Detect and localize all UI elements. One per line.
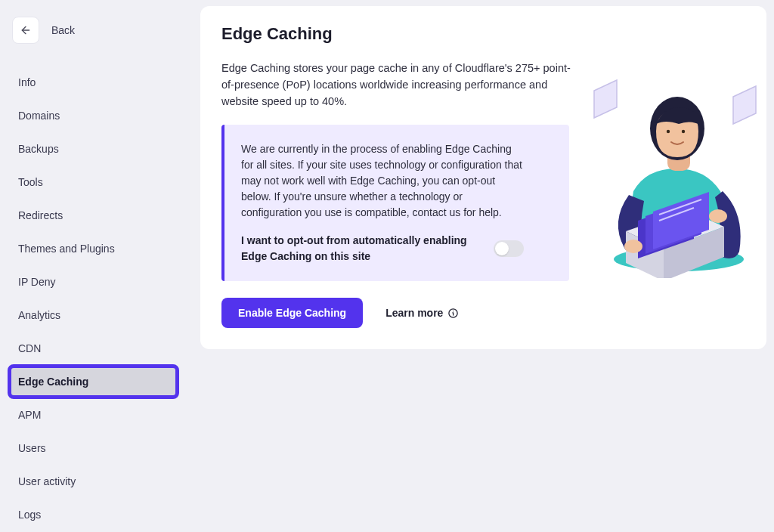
page-description: Edge Caching stores your page cache in a… — [221, 60, 577, 110]
svg-point-18 — [709, 209, 727, 223]
sidebar-item-label: Redirects — [18, 209, 63, 221]
sidebar-item-edge-caching[interactable]: Edge Caching — [9, 366, 178, 397]
sidebar-item-users[interactable]: Users — [9, 432, 178, 464]
svg-marker-11 — [664, 227, 724, 278]
sidebar-item-label: Logs — [18, 509, 41, 521]
svg-point-7 — [667, 130, 670, 133]
main: Edge Caching Edge Caching stores your pa… — [185, 0, 774, 532]
sidebar-item-redirects[interactable]: Redirects — [9, 200, 178, 231]
optout-label: I want to opt-out from automatically ena… — [241, 233, 481, 264]
toggle-knob — [495, 242, 509, 255]
svg-marker-12 — [638, 201, 694, 258]
learn-more-link[interactable]: Learn more — [385, 307, 459, 319]
sidebar-item-label: Backups — [18, 143, 59, 155]
page-title: Edge Caching — [221, 24, 745, 44]
sidebar-item-ip-deny[interactable]: IP Deny — [9, 266, 178, 298]
svg-marker-10 — [626, 231, 664, 278]
optout-row: I want to opt-out from automatically ena… — [241, 233, 524, 264]
svg-line-16 — [659, 208, 694, 221]
back-button[interactable] — [12, 17, 39, 44]
back-row: Back — [9, 17, 178, 44]
svg-marker-9 — [626, 210, 724, 249]
sidebar-item-tools[interactable]: Tools — [9, 166, 178, 198]
notice-text: We are currently in the process of enabl… — [241, 141, 524, 221]
svg-line-15 — [659, 200, 701, 215]
sidebar-item-label: Edge Caching — [18, 376, 88, 388]
svg-marker-2 — [594, 80, 617, 118]
svg-point-8 — [682, 130, 685, 133]
actions-row: Enable Edge Caching Learn more — [221, 298, 745, 328]
sidebar-item-label: Domains — [18, 110, 60, 122]
sidebar-item-apm[interactable]: APM — [9, 399, 178, 431]
illustration-person-files — [580, 59, 762, 278]
svg-point-4 — [614, 247, 744, 271]
sidebar-item-label: CDN — [18, 342, 41, 354]
svg-marker-14 — [653, 192, 709, 249]
sidebar-item-label: APM — [18, 409, 41, 421]
sidebar-item-label: IP Deny — [18, 276, 56, 288]
sidebar-item-analytics[interactable]: Analytics — [9, 299, 178, 331]
sidebar-item-backups[interactable]: Backups — [9, 133, 178, 165]
sidebar-item-label: Analytics — [18, 309, 60, 321]
sidebar-item-cdn[interactable]: CDN — [9, 332, 178, 364]
svg-marker-3 — [733, 86, 756, 124]
svg-rect-5 — [667, 148, 690, 171]
sidebar-item-themes-and-plugins[interactable]: Themes and Plugins — [9, 233, 178, 264]
sidebar-item-label: Users — [18, 442, 46, 454]
svg-point-17 — [624, 240, 642, 253]
nav: Info Domains Backups Tools Redirects The… — [9, 66, 178, 532]
edge-caching-card: Edge Caching Edge Caching stores your pa… — [200, 6, 766, 349]
sidebar-item-label: Themes and Plugins — [18, 243, 115, 255]
learn-more-label: Learn more — [385, 307, 443, 319]
notice-box: We are currently in the process of enabl… — [221, 125, 569, 281]
sidebar-item-label: Tools — [18, 176, 43, 188]
sidebar-item-logs[interactable]: Logs — [9, 499, 178, 530]
sidebar: Back Info Domains Backups Tools Redirect… — [0, 0, 185, 532]
sidebar-item-domains[interactable]: Domains — [9, 100, 178, 131]
arrow-left-icon — [20, 24, 32, 36]
optout-toggle[interactable] — [494, 240, 524, 257]
svg-marker-13 — [646, 196, 701, 254]
info-circle-icon — [447, 308, 459, 319]
sidebar-item-user-activity[interactable]: User activity — [9, 466, 178, 497]
sidebar-item-info[interactable]: Info — [9, 66, 178, 98]
back-label: Back — [51, 24, 75, 36]
enable-edge-caching-button[interactable]: Enable Edge Caching — [221, 298, 363, 328]
svg-point-6 — [650, 97, 704, 160]
sidebar-item-label: Info — [18, 76, 36, 88]
sidebar-item-label: User activity — [18, 475, 76, 487]
